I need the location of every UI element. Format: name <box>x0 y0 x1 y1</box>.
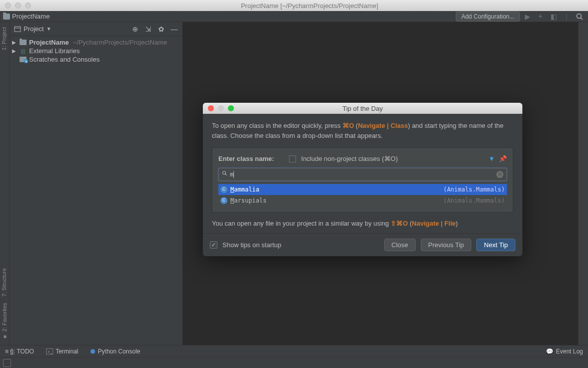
dialog-titlebar: Tip of the Day <box>203 103 522 114</box>
tree-scratches[interactable]: ✎ Scratches and Consoles <box>10 55 182 64</box>
demo-result-row: CMarsupials(Animals.Mammals) <box>218 195 507 206</box>
project-tool-tab[interactable]: 1: Project <box>0 24 8 53</box>
previous-tip-button[interactable]: Previous Tip <box>421 239 472 251</box>
python-console-tool-tab[interactable]: ⬢ Python Console <box>90 348 140 355</box>
svg-text:>_: >_ <box>48 349 53 354</box>
svg-line-7 <box>225 173 227 175</box>
add-configuration-button[interactable]: Add Configuration... <box>456 12 520 22</box>
class-icon: C <box>220 197 227 204</box>
locate-icon[interactable]: ⊕ <box>131 25 139 33</box>
zoom-window-icon[interactable] <box>25 3 31 9</box>
close-button[interactable]: Close <box>384 239 416 251</box>
tool-windows-toggle-icon[interactable] <box>3 359 11 367</box>
left-tool-stripe: 1: Project 7: Structure ★2: Favorites <box>0 22 10 345</box>
project-panel-header: Project ▼ ⊕ ⇲ ✿ — <box>10 22 182 36</box>
window-controls <box>0 3 31 9</box>
navigation-bar: ProjectName Add Configuration... ▶ ⌖ ◧ | <box>0 11 588 22</box>
event-log-icon: 💬 <box>546 348 553 355</box>
demo-screenshot: Enter class name: Include non-project cl… <box>212 147 513 213</box>
breadcrumb[interactable]: ProjectName <box>12 13 50 20</box>
minimize-window-icon[interactable] <box>15 3 21 9</box>
svg-rect-2 <box>15 27 21 32</box>
project-panel-title[interactable]: Project <box>24 25 44 33</box>
event-log-tool-tab[interactable]: 💬 Event Log <box>546 348 583 355</box>
close-window-icon[interactable] <box>5 3 11 9</box>
run-with-coverage-icon[interactable]: ◧ <box>548 11 559 22</box>
tree-label: Scratches and Consoles <box>29 56 100 63</box>
tip-text: To open any class in the editor quickly,… <box>212 121 513 140</box>
run-icon[interactable]: ▶ <box>522 11 533 22</box>
structure-tool-tab[interactable]: 7: Structure <box>0 265 8 300</box>
search-icon <box>222 170 228 179</box>
debug-icon[interactable]: ⌖ <box>535 11 546 22</box>
class-icon: C <box>220 186 227 193</box>
svg-point-6 <box>223 171 226 174</box>
clear-icon: ✕ <box>496 171 503 178</box>
dialog-title: Tip of the Day <box>203 105 522 112</box>
hide-panel-icon[interactable]: — <box>170 25 178 33</box>
show-tips-label[interactable]: Show tips on startup <box>222 241 281 249</box>
python-icon: ⬢ <box>90 348 95 355</box>
favorites-tool-tab[interactable]: ★2: Favorites <box>0 300 9 343</box>
include-non-project-label: Include non-project classes (⌘O) <box>301 154 398 164</box>
demo-results-list: CMammalia(Animals.Mammals)CMarsupials(An… <box>218 184 507 206</box>
tip-text-2: You can open any file in your project in… <box>212 219 513 229</box>
include-non-project-checkbox <box>289 155 296 162</box>
chevron-down-icon[interactable]: ▼ <box>46 26 51 32</box>
svg-line-1 <box>581 18 583 20</box>
expand-arrow-icon[interactable]: ▶ <box>12 40 17 45</box>
tree-root-label: ProjectName <box>29 39 69 46</box>
project-tool-window: Project ▼ ⊕ ⇲ ✿ — ▶ ProjectName ~/Pychar… <box>10 22 183 345</box>
expand-arrow-icon[interactable]: ▶ <box>12 48 17 54</box>
pin-icon: 📌 <box>499 154 507 164</box>
folder-icon <box>3 14 10 20</box>
tip-of-the-day-dialog: Tip of the Day To open any class in the … <box>203 103 522 256</box>
demo-enter-class-label: Enter class name: <box>218 154 274 164</box>
bottom-tool-stripe: ≡ 6: TODO >_ Terminal ⬢ Python Console 💬… <box>0 345 588 357</box>
gear-icon[interactable]: ✿ <box>157 25 165 33</box>
todo-tool-tab[interactable]: ≡ 6: TODO <box>5 348 34 355</box>
terminal-tool-tab[interactable]: >_ Terminal <box>46 348 78 355</box>
right-tool-stripe <box>578 22 588 345</box>
next-tip-button[interactable]: Next Tip <box>476 239 515 251</box>
folder-icon <box>20 40 27 45</box>
project-tree[interactable]: ▶ ProjectName ~/PycharmProjects/ProjectN… <box>10 36 182 66</box>
project-view-icon <box>14 26 21 33</box>
expand-all-icon[interactable]: ⇲ <box>144 25 152 33</box>
scratches-icon: ✎ <box>20 57 27 62</box>
window-titlebar: ProjectName [~/PycharmProjects/ProjectNa… <box>0 0 588 11</box>
external-libraries-icon: ||| <box>19 48 27 55</box>
terminal-icon: >_ <box>46 348 53 354</box>
tree-root-path: ~/PycharmProjects/ProjectName <box>73 39 167 46</box>
status-bar <box>0 357 588 368</box>
filter-icon: ▼ <box>488 154 495 164</box>
tree-label: External Libraries <box>29 47 80 55</box>
search-everywhere-icon[interactable] <box>574 11 585 22</box>
svg-point-0 <box>577 14 581 18</box>
demo-search-field: m ✕ <box>218 168 507 181</box>
demo-result-row: CMammalia(Animals.Mammals) <box>218 184 507 195</box>
dialog-footer: ✓ Show tips on startup Close Previous Ti… <box>203 233 522 256</box>
tree-root[interactable]: ▶ ProjectName ~/PycharmProjects/ProjectN… <box>10 38 182 47</box>
show-tips-checkbox[interactable]: ✓ <box>210 241 217 249</box>
tree-external-libs[interactable]: ▶ ||| External Libraries <box>10 47 182 55</box>
window-title: ProjectName [~/PycharmProjects/ProjectNa… <box>31 2 588 10</box>
